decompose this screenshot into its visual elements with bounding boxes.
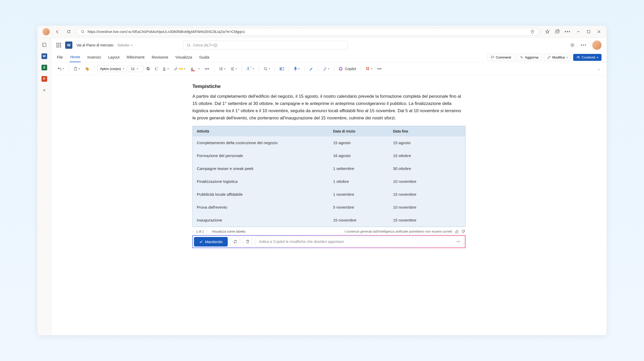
font-size-select[interactable]: 11 ▾ [128,65,143,72]
table-row[interactable]: Formazione del personale16 agosto15 otto… [193,149,465,162]
tab-references[interactable]: Riferimenti [126,53,145,62]
word-app-icon[interactable]: W [65,42,72,49]
profile-avatar[interactable] [43,28,50,35]
svg-rect-5 [43,43,44,47]
search-input[interactable]: Cerca (ALT+Q) [183,41,348,50]
align-button[interactable]: ▾ [228,65,239,72]
table-cell: Pubblicità locale affidabile [193,188,329,201]
edit-button[interactable]: Modifica ▾ [544,54,571,61]
copilot-button[interactable]: Copilot [337,65,358,73]
collapse-ribbon-icon[interactable]: ⌄ [595,65,603,72]
share-button[interactable]: Condividi ▾ [573,54,601,61]
send-icon[interactable] [455,240,460,243]
title-row: W Vai al Piano di mercato · Salvato ▾ Ce… [51,38,607,52]
document-page: Tempistiche A partire dal completamento … [174,75,484,335]
table-row[interactable]: Finalizzazione logistica1 ottobre10 nove… [193,175,465,188]
url-text: https://onedrive.live.com/:w:/t/EaCKkPs6… [88,30,245,34]
format-painter-button[interactable] [83,65,92,73]
rail-word-icon[interactable]: W [41,53,48,60]
bold-button[interactable]: G [145,65,152,73]
table-row[interactable]: Inaugurazione15 novembre15 novembre [193,214,465,227]
prev-button[interactable]: ‹ [192,230,193,233]
svg-rect-23 [368,69,369,70]
more-tools-icon[interactable]: ••• [375,65,384,72]
comments-button[interactable]: Commenti [487,54,514,61]
ribbon-tabs: File Home Inserisci Layout Riferimenti R… [51,52,607,62]
table-cell: 15 agosto [329,136,389,149]
svg-point-7 [572,44,573,46]
maximize-button[interactable] [586,29,591,34]
table-cell: 15 novembre [329,214,389,227]
apps-button[interactable]: ▾ [364,65,374,72]
rail-excel-icon[interactable]: X [41,64,48,71]
svg-point-9 [578,56,579,58]
collections-icon[interactable] [555,29,560,34]
tab-review[interactable]: Revisione [151,53,169,62]
search-placeholder: Cerca (ALT+Q) [193,43,217,47]
table-row[interactable]: Campagne teaser e sneak peek1 settembre3… [193,162,465,175]
rail-home-icon[interactable] [41,42,48,48]
favorite-icon[interactable] [545,29,550,34]
tab-help[interactable]: Guida [199,53,210,62]
svg-point-15 [264,67,266,70]
table-row[interactable]: Pubblicità locale affidabile1 novembre15… [193,188,465,201]
thumbs-up-icon[interactable] [455,229,459,234]
more-icon[interactable]: ••• [565,29,571,34]
more-formatting-icon[interactable]: ••• [203,65,211,72]
search-icon [81,30,84,34]
table-cell: Finalizzazione logistica [193,175,329,188]
minimize-button[interactable] [576,29,581,34]
app-launcher-icon[interactable] [56,43,61,47]
body-paragraph[interactable]: A partire dal completamento dell'edifici… [192,93,465,122]
delete-button[interactable] [243,237,252,247]
regenerate-button[interactable] [230,237,240,247]
underline-button[interactable]: S▾ [161,65,171,72]
next-button[interactable]: › [207,230,208,233]
update-button[interactable]: Aggiorna [516,54,542,61]
user-avatar[interactable] [592,40,601,50]
svg-rect-3 [587,30,590,33]
table-cell: 1 ottobre [329,175,389,188]
more-icon[interactable]: ••• [581,43,587,47]
italic-button[interactable]: C [153,65,160,73]
styles-button[interactable]: A⤴▾ [244,64,256,73]
document-canvas[interactable]: Tempistiche A partire dal completamento … [51,75,607,335]
bullets-button[interactable]: ▾ [217,65,227,72]
tab-layout[interactable]: Layout [108,53,120,62]
tab-file[interactable]: File [56,53,63,62]
table-cell: 5 novembre [329,201,389,214]
copilot-prompt-input[interactable]: Indica a Copilot le modifiche che deside… [255,237,464,247]
undo-button[interactable]: ▾ [55,65,66,72]
tab-display[interactable]: Visualizza [175,53,193,62]
editor-icon[interactable] [307,65,315,72]
find-button[interactable]: ▾ [261,65,272,72]
tab-insert[interactable]: Inserisci [87,53,101,62]
close-button[interactable] [596,29,601,34]
paste-button[interactable]: ▾ [71,65,82,72]
highlight-button[interactable]: ▾ [172,65,188,72]
url-bar[interactable]: https://onedrive.live.com/:w:/t/EaCKkPs6… [77,28,539,36]
table-header-row: Attività Data di inizio Data fine [193,126,465,136]
rail-add-icon[interactable]: + [41,87,48,94]
document-title[interactable]: Vai al Piano di mercato · Salvato ▾ [77,43,132,47]
thumbs-down-icon[interactable] [461,229,465,234]
view-as-table-link[interactable]: Visualizza come tabella [212,230,245,233]
table-row[interactable]: Prova dell'evento5 novembre10 novembre [193,201,465,214]
schedule-table[interactable]: Attività Data di inizio Data fine Comple… [192,126,465,227]
rail-powerpoint-icon[interactable]: P [41,76,48,82]
keep-button[interactable]: Mantienilo [194,237,228,247]
copilot-prompt-bar: Mantienilo Indica a Copilot le modifiche… [192,235,465,248]
font-family-select[interactable]: Aptos (corpo) ▾ [97,65,127,72]
font-color-button[interactable]: A▾ [189,65,202,73]
dictate-button[interactable]: ▾ [292,65,302,73]
refresh-button[interactable] [65,28,72,35]
section-heading[interactable]: Tempistiche [192,84,465,89]
back-button[interactable] [54,28,61,35]
designer-button[interactable]: ▾ [321,65,331,72]
table-row[interactable]: Completamento della costruzione del nego… [193,136,465,149]
tab-home[interactable]: Home [70,52,81,62]
immersive-reader-icon[interactable] [277,65,286,72]
settings-icon[interactable] [570,43,575,48]
shield-icon[interactable] [530,30,535,34]
toolbar: ▾ ▾ Aptos (corpo) ▾ 11 ▾ G C S▾ ▾ [51,62,607,75]
